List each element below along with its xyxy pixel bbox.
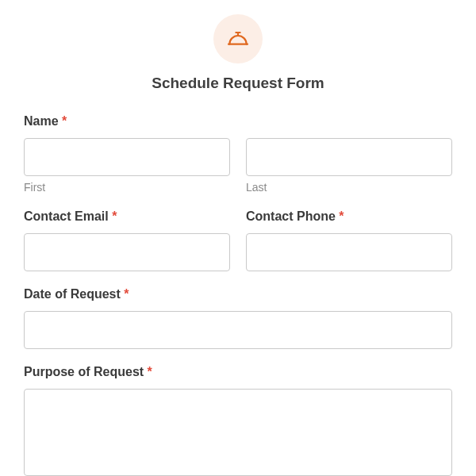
form-title: Schedule Request Form (24, 75, 452, 92)
contact-row: Contact Email * Contact Phone * (24, 209, 452, 271)
purpose-label-text: Purpose of Request (24, 365, 144, 378)
name-row: First Last (24, 138, 452, 194)
header-icon-circle (213, 14, 263, 63)
phone-input[interactable] (246, 233, 452, 271)
last-name-input[interactable] (246, 138, 452, 176)
date-required-mark: * (124, 287, 129, 301)
date-input[interactable] (24, 311, 452, 349)
name-required-mark: * (62, 114, 67, 128)
purpose-textarea[interactable] (24, 389, 452, 476)
email-input[interactable] (24, 233, 230, 271)
date-label-text: Date of Request (24, 287, 121, 301)
name-field-group: Name * First Last (24, 114, 452, 194)
purpose-required-mark: * (148, 365, 152, 378)
email-label: Contact Email * (24, 209, 230, 224)
last-name-sublabel: Last (246, 181, 452, 194)
name-label-text: Name (24, 114, 59, 128)
phone-label-text: Contact Phone (246, 209, 336, 223)
purpose-label: Purpose of Request * (24, 365, 452, 379)
form-container: Schedule Request Form Name * First Last … (0, 0, 476, 476)
contact-row-group: Contact Email * Contact Phone * (24, 209, 452, 271)
form-header: Schedule Request Form (24, 14, 452, 92)
phone-label: Contact Phone * (246, 209, 452, 224)
first-name-col: First (24, 138, 230, 194)
email-label-text: Contact Email (24, 209, 109, 223)
first-name-sublabel: First (24, 181, 230, 194)
date-field-group: Date of Request * (24, 287, 452, 349)
date-label: Date of Request * (24, 287, 452, 301)
phone-required-mark: * (339, 209, 344, 223)
last-name-col: Last (246, 138, 452, 194)
email-col: Contact Email * (24, 209, 230, 271)
email-required-mark: * (112, 209, 117, 223)
service-bell-icon (225, 26, 251, 52)
purpose-field-group: Purpose of Request * (24, 365, 452, 476)
phone-col: Contact Phone * (246, 209, 452, 271)
name-label: Name * (24, 114, 452, 129)
first-name-input[interactable] (24, 138, 230, 176)
